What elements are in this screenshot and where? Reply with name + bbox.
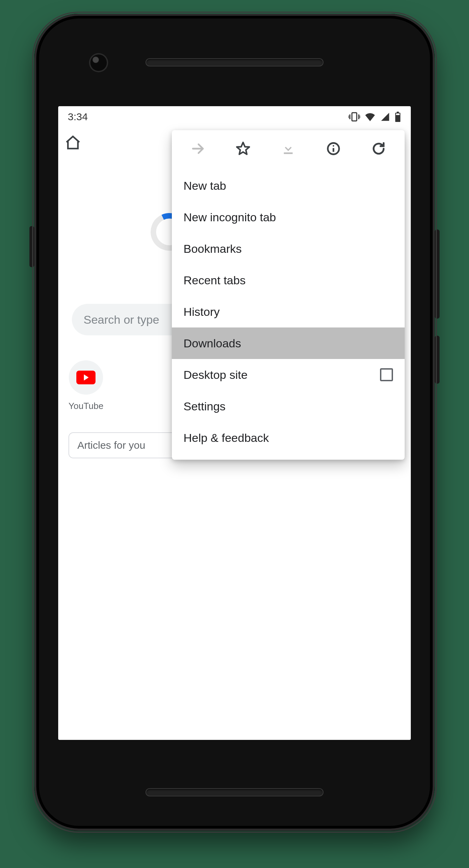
tile-label: YouTube — [68, 401, 103, 411]
menu-item-label: Settings — [183, 400, 226, 413]
phone-side-button — [29, 226, 34, 267]
search-placeholder: Search or type — [84, 313, 159, 326]
menu-item-label: Recent tabs — [183, 274, 245, 287]
menu-item-help-feedback[interactable]: Help & feedback — [172, 422, 405, 454]
svg-rect-0 — [352, 113, 357, 121]
youtube-icon — [69, 360, 103, 395]
refresh-icon[interactable] — [371, 141, 386, 156]
menu-item-desktop-site[interactable]: Desktop site — [172, 359, 405, 390]
menu-item-label: New incognito tab — [183, 211, 276, 224]
battery-icon — [394, 112, 401, 122]
phone-speaker — [145, 788, 324, 796]
menu-item-list: New tab New incognito tab Bookmarks Rece… — [172, 167, 405, 460]
status-time: 3:34 — [68, 111, 88, 123]
most-visited-tiles: YouTube — [68, 360, 103, 411]
forward-icon[interactable] — [190, 141, 205, 156]
svg-rect-7 — [396, 113, 400, 115]
menu-item-label: Help & feedback — [183, 431, 269, 445]
phone-earpiece — [145, 58, 324, 66]
menu-icon-row — [172, 130, 405, 167]
status-icons — [348, 112, 401, 122]
phone-camera — [89, 53, 108, 72]
menu-item-label: Bookmarks — [183, 242, 242, 256]
phone-side-button — [435, 336, 440, 384]
menu-item-label: Desktop site — [183, 368, 248, 382]
menu-item-incognito-tab[interactable]: New incognito tab — [172, 201, 405, 233]
home-icon[interactable] — [64, 134, 81, 151]
download-icon[interactable] — [281, 141, 296, 156]
wifi-icon — [364, 112, 376, 122]
phone-frame: 3:34 — [34, 14, 435, 831]
info-icon[interactable] — [326, 141, 341, 156]
menu-item-downloads[interactable]: Downloads — [172, 327, 405, 359]
articles-label: Articles for you — [77, 439, 145, 451]
phone-side-button — [435, 230, 440, 319]
svg-rect-10 — [284, 152, 293, 154]
status-bar: 3:34 — [58, 106, 411, 127]
menu-item-history[interactable]: History — [172, 296, 405, 327]
menu-item-new-tab[interactable]: New tab — [172, 170, 405, 201]
menu-item-settings[interactable]: Settings — [172, 390, 405, 422]
star-icon[interactable] — [236, 141, 251, 156]
vibrate-icon — [348, 112, 360, 122]
svg-marker-9 — [237, 142, 250, 154]
menu-item-bookmarks[interactable]: Bookmarks — [172, 233, 405, 264]
checkbox-unchecked-icon[interactable] — [380, 368, 393, 381]
svg-point-13 — [333, 145, 334, 147]
tile-youtube[interactable]: YouTube — [68, 360, 103, 411]
menu-item-label: History — [183, 305, 220, 319]
menu-item-label: New tab — [183, 179, 226, 193]
screen: 3:34 — [58, 106, 411, 740]
svg-rect-5 — [397, 112, 399, 113]
menu-item-label: Downloads — [183, 337, 241, 350]
cell-signal-icon — [380, 112, 390, 122]
overflow-menu: New tab New incognito tab Bookmarks Rece… — [172, 130, 405, 460]
menu-item-recent-tabs[interactable]: Recent tabs — [172, 264, 405, 296]
